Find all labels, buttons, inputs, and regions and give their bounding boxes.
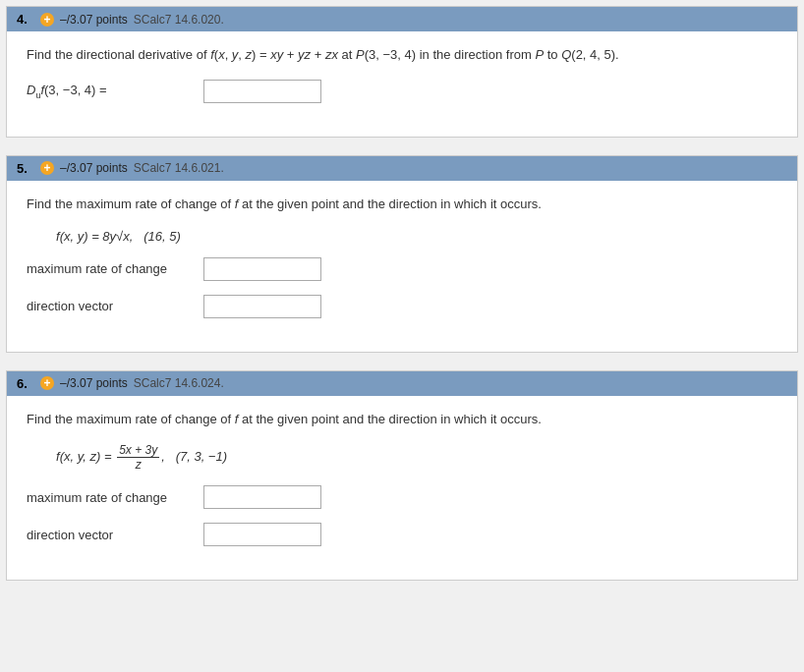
question-4-number: 4. (17, 12, 34, 27)
question-5-direction-row: direction vector (27, 295, 777, 318)
plus-icon-5: + (40, 161, 54, 175)
question-4-statement: Find the directional derivative of f(x, … (27, 45, 777, 66)
question-4-source: SCalc7 14.6.020. (134, 13, 224, 27)
question-5-math: f(x, y) = 8y√x, (16, 5) (56, 229, 777, 244)
plus-icon-6: + (40, 376, 54, 390)
question-6-statement: Find the maximum rate of change of f at … (27, 410, 777, 430)
question-5-number: 5. (17, 161, 34, 176)
question-6-direction-label: direction vector (27, 528, 194, 542)
question-4: 4. + –/3.07 points SCalc7 14.6.020. Find… (6, 6, 798, 138)
question-6-header: 6. + –/3.07 points SCalc7 14.6.024. (7, 371, 797, 396)
question-6-max-rate-label: maximum rate of change (27, 490, 194, 505)
question-6-source: SCalc7 14.6.024. (134, 376, 224, 390)
question-5-max-rate-row: maximum rate of change (27, 257, 777, 281)
question-4-header: 4. + –/3.07 points SCalc7 14.6.020. (7, 7, 797, 31)
question-6-direction-input[interactable] (203, 523, 321, 546)
question-5-header: 5. + –/3.07 points SCalc7 14.6.021. (7, 156, 797, 181)
question-6-direction-row: direction vector (27, 523, 777, 546)
question-4-body: Find the directional derivative of f(x, … (7, 31, 797, 137)
question-6: 6. + –/3.07 points SCalc7 14.6.024. Find… (6, 370, 798, 582)
question-6-max-rate-row: maximum rate of change (27, 485, 777, 509)
question-4-input-row: Duf(3, −3, 4) = (27, 80, 777, 103)
question-5-max-rate-label: maximum rate of change (27, 261, 194, 276)
question-6-max-rate-input[interactable] (203, 485, 321, 509)
question-5-max-rate-input[interactable] (203, 257, 321, 281)
question-6-number: 6. (17, 376, 34, 391)
question-4-answer-input[interactable] (203, 80, 321, 103)
question-6-body: Find the maximum rate of change of f at … (7, 396, 797, 581)
question-5-direction-input[interactable] (203, 295, 321, 318)
question-5-body: Find the maximum rate of change of f at … (7, 181, 797, 352)
question-6-math: f(x, y, z) = 5x + 3y z , (7, 3, −1) (56, 443, 777, 472)
question-5-source: SCalc7 14.6.021. (134, 161, 224, 175)
plus-icon-4: + (40, 13, 54, 27)
question-5-points: –/3.07 points (60, 161, 128, 175)
question-4-points: –/3.07 points (60, 13, 128, 27)
question-4-input-label: Duf(3, −3, 4) = (27, 83, 194, 100)
question-6-points: –/3.07 points (60, 376, 128, 390)
question-5-direction-label: direction vector (27, 299, 194, 313)
question-5: 5. + –/3.07 points SCalc7 14.6.021. Find… (6, 155, 798, 353)
question-5-statement: Find the maximum rate of change of f at … (27, 195, 777, 215)
fraction-5x3y-z: 5x + 3y z (117, 443, 159, 472)
